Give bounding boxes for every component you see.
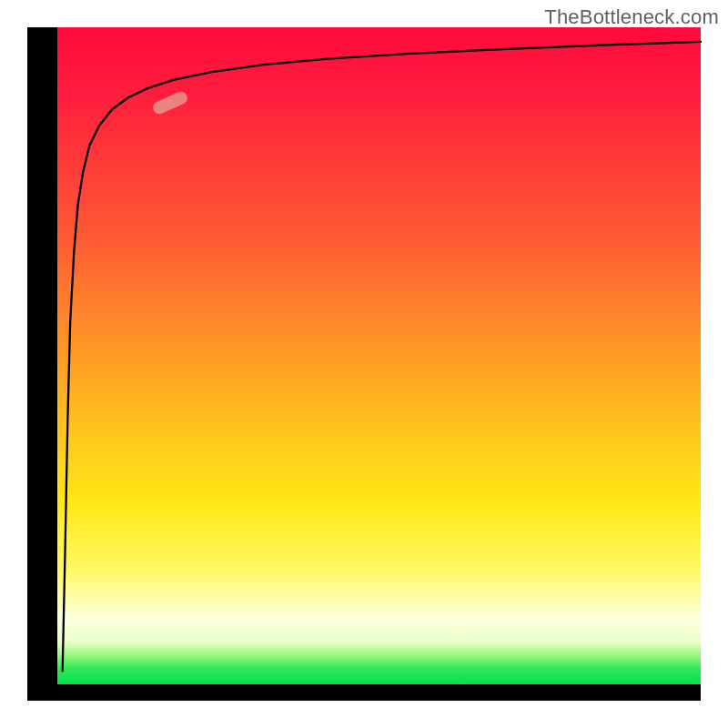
svg-rect-0: [151, 89, 189, 116]
bottleneck-curve-path: [63, 42, 701, 672]
chart-marker: [151, 89, 189, 116]
chart-root: TheBottleneck.com: [0, 0, 728, 728]
chart-frame: [27, 27, 701, 701]
chart-plot-area: [57, 27, 701, 684]
chart-svg: [57, 27, 701, 684]
watermark-text: TheBottleneck.com: [544, 5, 719, 29]
